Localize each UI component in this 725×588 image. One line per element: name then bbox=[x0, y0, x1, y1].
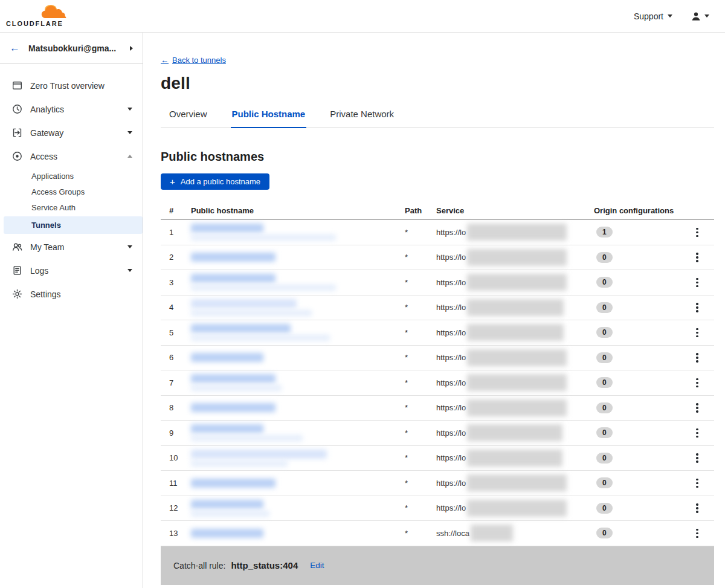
kebab-menu-icon[interactable] bbox=[694, 526, 701, 541]
sidebar-item-label: Gateway bbox=[30, 128, 127, 138]
plus-icon: + bbox=[170, 177, 175, 186]
redacted-service bbox=[467, 374, 567, 391]
kebab-menu-icon[interactable] bbox=[694, 426, 701, 441]
add-public-hostname-button[interactable]: + Add a public hostname bbox=[161, 173, 269, 190]
kebab-menu-icon[interactable] bbox=[694, 401, 701, 415]
sidebar-item-analytics[interactable]: Analytics bbox=[0, 97, 143, 121]
redacted-service bbox=[467, 450, 562, 467]
sidebar-subitem-tunnels[interactable]: Tunnels bbox=[4, 216, 143, 234]
sidebar-item-my-team[interactable]: My Team bbox=[0, 235, 143, 259]
origin-config-cell: 0 bbox=[594, 327, 694, 338]
chevron-right-icon[interactable] bbox=[130, 46, 133, 51]
kebab-menu-icon[interactable] bbox=[694, 476, 701, 491]
path-cell: * bbox=[405, 278, 436, 287]
sidebar-item-access[interactable]: Access bbox=[0, 144, 143, 168]
origin-config-cell: 0 bbox=[594, 503, 694, 514]
kebab-menu-icon[interactable] bbox=[694, 451, 701, 465]
row-number: 3 bbox=[169, 278, 191, 287]
redacted-hostname-line2 bbox=[191, 460, 288, 467]
redacted-hostname bbox=[191, 224, 263, 233]
tab-bar: Overview Public Hostname Private Network bbox=[161, 109, 714, 128]
kebab-menu-icon[interactable] bbox=[694, 250, 701, 265]
back-arrow-icon: ← bbox=[161, 56, 169, 65]
catch-all-edit-link[interactable]: Edit bbox=[310, 561, 324, 570]
origin-config-cell: 0 bbox=[594, 302, 694, 313]
tab-overview[interactable]: Overview bbox=[168, 109, 208, 128]
cloudflare-logo[interactable]: CLOUDFLARE bbox=[6, 2, 74, 30]
table-row: 11*https://lo0 bbox=[161, 471, 714, 496]
redacted-hostname bbox=[191, 374, 276, 383]
row-number: 4 bbox=[169, 303, 191, 312]
path-cell: * bbox=[405, 353, 436, 362]
column-header-path: Path bbox=[405, 206, 436, 215]
origin-count-badge: 0 bbox=[596, 453, 613, 464]
redacted-service bbox=[467, 299, 564, 316]
path-cell: * bbox=[405, 529, 436, 538]
analytics-clock-icon bbox=[12, 104, 22, 114]
table-row: 7*https://lo0 bbox=[161, 370, 714, 396]
hostname-table-body: 1*https://lo12*https://lo03*https://lo04… bbox=[161, 220, 714, 546]
tab-public-hostname[interactable]: Public Hostname bbox=[231, 109, 307, 128]
row-menu-cell bbox=[694, 376, 714, 390]
kebab-menu-icon[interactable] bbox=[694, 376, 701, 390]
row-number: 11 bbox=[169, 479, 191, 488]
sidebar-subitem-applications[interactable]: Applications bbox=[0, 168, 143, 184]
gear-icon bbox=[12, 289, 22, 299]
account-switcher: ← Matsubokkuri@gma... bbox=[0, 33, 143, 64]
table-row: 5*https://lo0 bbox=[161, 320, 714, 346]
path-cell: * bbox=[405, 303, 436, 312]
table-row: 1*https://lo1 bbox=[161, 220, 714, 245]
redacted-service bbox=[467, 324, 564, 341]
row-menu-cell bbox=[694, 426, 714, 441]
redacted-hostname bbox=[191, 529, 263, 538]
kebab-menu-icon[interactable] bbox=[694, 501, 701, 515]
person-icon bbox=[691, 11, 701, 22]
account-name[interactable]: Matsubokkuri@gma... bbox=[28, 44, 130, 53]
public-hostname-cell bbox=[191, 274, 405, 291]
row-menu-cell bbox=[694, 351, 714, 365]
path-cell: * bbox=[405, 328, 436, 337]
table-row: 10*https://lo0 bbox=[161, 446, 714, 471]
kebab-menu-icon[interactable] bbox=[694, 326, 701, 340]
service-url-prefix: https://lo bbox=[436, 428, 466, 438]
path-cell: * bbox=[405, 378, 436, 387]
column-header-public-hostname: Public hostname bbox=[191, 206, 405, 215]
sidebar-item-logs[interactable]: Logs bbox=[0, 259, 143, 282]
team-icon bbox=[12, 242, 22, 252]
origin-config-cell: 0 bbox=[594, 477, 694, 488]
sidebar-item-settings[interactable]: Settings bbox=[0, 282, 143, 306]
sidebar-item-label: Analytics bbox=[30, 105, 127, 114]
sidebar-item-zero-trust-overview[interactable]: Zero Trust overview bbox=[0, 74, 143, 97]
kebab-menu-icon[interactable] bbox=[694, 300, 701, 315]
row-number: 13 bbox=[169, 529, 191, 538]
service-url-prefix: ssh://loca bbox=[436, 529, 469, 538]
table-header-row: # Public hostname Path Service Origin co… bbox=[161, 202, 714, 220]
row-number: 1 bbox=[169, 228, 191, 237]
back-arrow-icon[interactable]: ← bbox=[10, 43, 20, 53]
kebab-menu-icon[interactable] bbox=[694, 225, 701, 240]
table-row: 4*https://lo0 bbox=[161, 296, 714, 321]
user-menu[interactable] bbox=[691, 11, 709, 22]
origin-config-cell: 0 bbox=[594, 377, 694, 388]
service-url-prefix: https://lo bbox=[436, 503, 466, 512]
origin-config-cell: 0 bbox=[594, 453, 694, 464]
kebab-menu-icon[interactable] bbox=[694, 351, 701, 365]
kebab-menu-icon[interactable] bbox=[694, 276, 701, 290]
tab-private-network[interactable]: Private Network bbox=[329, 109, 395, 128]
app-layout: ← Matsubokkuri@gma... Zero Trust overvie… bbox=[0, 33, 725, 588]
support-menu[interactable]: Support bbox=[634, 11, 672, 21]
public-hostname-cell bbox=[191, 529, 405, 538]
path-cell: * bbox=[405, 403, 436, 412]
service-cell: https://lo bbox=[436, 399, 594, 416]
origin-config-cell: 1 bbox=[594, 227, 694, 237]
service-cell: https://lo bbox=[436, 349, 594, 366]
redacted-hostname bbox=[191, 353, 263, 362]
sidebar-subitem-label: Applications bbox=[31, 172, 74, 181]
sidebar-nav: Zero Trust overview Analytics Gateway bbox=[0, 64, 143, 306]
back-to-tunnels-link[interactable]: ← Back to tunnels bbox=[161, 56, 226, 65]
sidebar-subitem-service-auth[interactable]: Service Auth bbox=[0, 199, 143, 215]
sidebar-item-gateway[interactable]: Gateway bbox=[0, 121, 143, 144]
sidebar-subitem-access-groups[interactable]: Access Groups bbox=[0, 184, 143, 199]
public-hostname-cell bbox=[191, 299, 405, 316]
overview-window-icon bbox=[12, 80, 22, 91]
